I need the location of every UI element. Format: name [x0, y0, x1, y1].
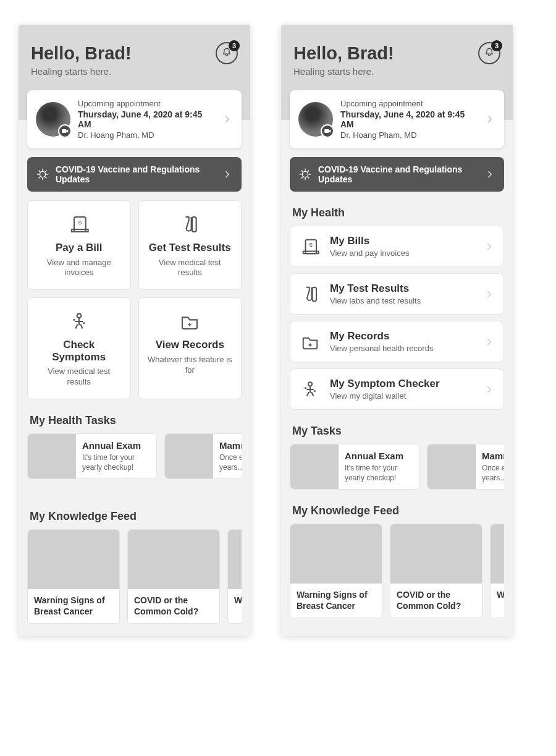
tile-sub: View and manage invoices [35, 258, 123, 279]
mockup-variant-b: Hello, Brad! Healing starts here. 3 Upco… [281, 25, 513, 636]
lab-icon [180, 214, 200, 234]
list-sub: View personal health records [330, 344, 475, 353]
greeting: Hello, Brad! [31, 43, 238, 64]
person-icon [69, 312, 89, 331]
task-title: Mammogram [219, 440, 242, 451]
tile-pay-bill[interactable]: Pay a Bill View and manage invoices [27, 200, 131, 290]
feed-scroller[interactable]: Warning Signs of Breast Cancer COVID or … [290, 524, 504, 618]
banner-text: COVID-19 Vaccine and Regulations Updates [56, 164, 216, 184]
feed-card[interactable]: Warning Signs of Breast Cancer [290, 524, 382, 618]
list-sub: View my digital wallet [330, 391, 475, 401]
tile-title: Check Symptoms [35, 339, 123, 363]
doctor-avatar [36, 102, 70, 137]
tasks-scroller[interactable]: Annual Exam It's time for your yearly ch… [27, 433, 242, 479]
chevron-right-icon [484, 289, 495, 300]
covid-banner[interactable]: COVID-19 Vaccine and Regulations Updates [290, 157, 504, 192]
feed-image [28, 530, 119, 589]
feed-title: COVID or the Common Cold? [390, 584, 482, 618]
notification-badge: 3 [229, 40, 240, 51]
feed-card[interactable]: When to Get More [490, 524, 504, 618]
person-icon [301, 380, 319, 399]
appointment-label: Upcoming appointment [78, 99, 214, 108]
task-card[interactable]: Annual Exam It's time for your yearly ch… [27, 433, 157, 479]
list-title: My Records [330, 330, 475, 342]
subtitle: Healing starts here. [293, 66, 500, 77]
tile-title: Pay a Bill [35, 242, 123, 254]
video-call-icon [321, 124, 334, 138]
feed-image [290, 524, 382, 584]
appointment-label: Upcoming appointment [340, 99, 477, 108]
header: Hello, Brad! Healing starts here. 3 Upco… [19, 25, 250, 120]
feed-image [228, 530, 242, 589]
feed-title: COVID or the Common Cold? [128, 589, 219, 623]
list-symptom-checker[interactable]: My Symptom Checker View my digital walle… [290, 368, 504, 410]
bill-icon [69, 214, 89, 234]
tile-title: View Records [146, 339, 234, 351]
task-sub: Once every 3 years… [482, 464, 504, 483]
covid-banner[interactable]: COVID-19 Vaccine and Regulations Updates [27, 157, 242, 192]
list-title: My Test Results [330, 282, 475, 295]
tile-view-records[interactable]: View Records Whatever this feature is fo… [138, 297, 242, 399]
tasks-heading: My Health Tasks [30, 414, 242, 427]
list-title: My Bills [330, 235, 475, 247]
feed-image [390, 524, 482, 584]
appointment-card[interactable]: Upcoming appointment Thursday, June 4, 2… [290, 90, 504, 148]
tile-sub: View medical test results [35, 367, 123, 388]
header: Hello, Brad! Healing starts here. 3 Upco… [281, 25, 513, 120]
greeting: Hello, Brad! [293, 43, 500, 64]
notification-badge: 3 [491, 40, 502, 51]
tile-sub: View medical test results [146, 258, 234, 279]
chevron-right-icon [484, 169, 495, 180]
list-sub: View and pay invoices [330, 248, 475, 258]
task-thumb [28, 434, 76, 478]
feed-scroller[interactable]: Warning Signs of Breast Cancer COVID or … [27, 529, 242, 624]
folder-icon [180, 312, 200, 331]
appointment-doctor: Dr. Hoang Pham, MD [78, 130, 214, 140]
feed-heading: My Knowledge Feed [30, 510, 242, 523]
feed-title: Warning Signs of Breast Cancer [28, 589, 119, 623]
task-card[interactable]: Mammogram Once every 3 years… [427, 444, 504, 490]
notifications-button[interactable]: 3 [478, 42, 500, 64]
action-tiles: Pay a Bill View and manage invoices Get … [27, 200, 242, 399]
task-card[interactable]: Mammogram Once every 3 years… [164, 433, 242, 479]
chevron-right-icon [222, 114, 233, 125]
video-call-icon [58, 124, 72, 138]
list-test-results[interactable]: My Test Results View labs and test resul… [290, 273, 504, 315]
tile-test-results[interactable]: Get Test Results View medical test resul… [138, 200, 242, 290]
task-thumb [165, 434, 213, 478]
feed-card[interactable]: Warning Signs of Breast Cancer [27, 529, 120, 624]
banner-text: COVID-19 Vaccine and Regulations Updates [318, 164, 478, 184]
feed-image [128, 530, 219, 589]
appointment-card[interactable]: Upcoming appointment Thursday, June 4, 2… [27, 90, 242, 148]
list-records[interactable]: My Records View personal health records [290, 321, 504, 362]
chevron-right-icon [484, 384, 495, 395]
task-title: Annual Exam [345, 451, 413, 461]
task-sub: It's time for your yearly checkup! [82, 453, 150, 472]
virus-icon [298, 168, 312, 181]
doctor-avatar [298, 102, 333, 137]
tasks-scroller[interactable]: Annual Exam It's time for your yearly ch… [290, 444, 504, 490]
feed-title: Warning Signs of Breast Cancer [290, 584, 382, 618]
mockup-variant-a: Hello, Brad! Healing starts here. 3 Upco… [19, 25, 250, 636]
feed-heading: My Knowledge Feed [292, 504, 504, 517]
chevron-right-icon [484, 336, 495, 347]
folder-icon [301, 333, 319, 351]
feed-card[interactable]: COVID or the Common Cold? [127, 529, 220, 624]
feed-title: When to Get More [228, 589, 242, 613]
chevron-right-icon [484, 114, 495, 125]
notifications-button[interactable]: 3 [216, 42, 238, 64]
chevron-right-icon [484, 241, 495, 252]
feed-card[interactable]: COVID or the Common Cold? [390, 524, 482, 618]
bill-icon [301, 237, 319, 256]
list-sub: View labs and test results [330, 296, 475, 305]
tile-sub: Whatever this feature is for [146, 355, 234, 376]
task-thumb [428, 444, 476, 489]
feed-image [491, 524, 504, 584]
tile-check-symptoms[interactable]: Check Symptoms View medical test results [27, 297, 131, 399]
task-sub: Once every 3 years… [219, 453, 242, 472]
appointment-doctor: Dr. Hoang Pham, MD [340, 130, 477, 140]
list-my-bills[interactable]: My Bills View and pay invoices [290, 226, 504, 267]
task-thumb [290, 444, 339, 489]
task-card[interactable]: Annual Exam It's time for your yearly ch… [290, 444, 419, 490]
feed-card[interactable]: When to Get More [227, 529, 242, 624]
